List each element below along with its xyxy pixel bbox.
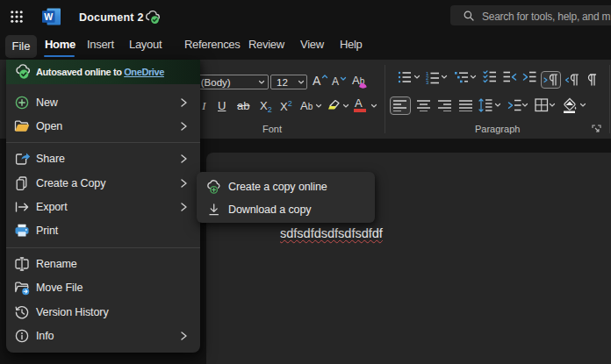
svg-text:3: 3 [426,80,429,84]
svg-text:W: W [44,11,53,22]
